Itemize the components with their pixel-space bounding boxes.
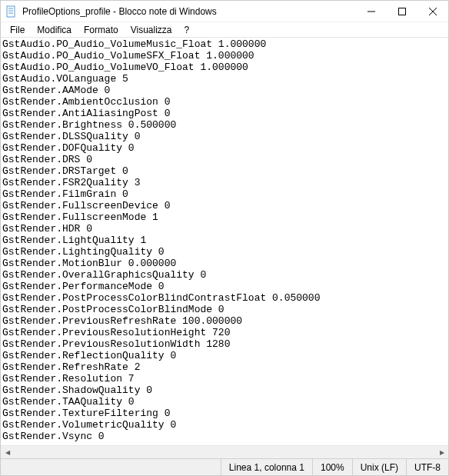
text-line: GstRender.FilmGrain 0 xyxy=(2,188,447,200)
text-line: GstAudio.PO_Audio_VolumeVO_Float 1.00000… xyxy=(2,62,447,73)
text-line: GstRender.AntiAliasingPost 0 xyxy=(2,108,447,119)
text-line: GstRender.DOFQuality 0 xyxy=(2,142,447,154)
titlebar: ProfileOptions_profile - Blocco note di … xyxy=(1,1,448,22)
menu-view[interactable]: Visualizza xyxy=(125,23,178,37)
text-line: GstRender.OverallGraphicsQuality 0 xyxy=(2,269,447,281)
text-line: GstRender.LightingQuality 0 xyxy=(2,246,447,258)
scroll-left-icon[interactable]: ◀ xyxy=(1,446,14,459)
menu-help[interactable]: ? xyxy=(178,23,196,37)
text-line: GstRender.RefreshRate 2 xyxy=(2,361,447,373)
text-line: GstAudio.PO_Audio_VolumeMusic_Float 1.00… xyxy=(2,38,447,50)
text-line: GstAudio.PO_Audio_VolumeSFX_Float 1.0000… xyxy=(2,50,447,62)
text-line: GstRender.Brightness 0.500000 xyxy=(2,119,447,131)
window-title: ProfileOptions_profile - Blocco note di … xyxy=(22,6,356,17)
status-position: Linea 1, colonna 1 xyxy=(221,459,312,475)
text-line: GstRender.DLSSQuality 0 xyxy=(2,131,447,142)
close-button[interactable] xyxy=(417,1,448,22)
scroll-track[interactable] xyxy=(14,446,435,458)
text-line: GstRender.ShadowQuality 0 xyxy=(2,384,447,396)
text-line: GstRender.MotionBlur 0.000000 xyxy=(2,258,447,269)
window-controls xyxy=(356,1,448,22)
menubar: File Modifica Formato Visualizza ? xyxy=(1,22,448,38)
status-encoding: UTF-8 xyxy=(406,459,448,475)
text-line: GstRender.PostProcessColorBlindContrastF… xyxy=(2,292,447,304)
status-line-ending: Unix (LF) xyxy=(352,459,406,475)
menu-edit[interactable]: Modifica xyxy=(31,23,78,37)
text-line: GstRender.FSR2Quality 3 xyxy=(2,177,447,188)
notepad-icon xyxy=(5,5,18,18)
text-line: GstRender.Resolution 7 xyxy=(2,373,447,384)
text-line: GstRender.FullscreenMode 1 xyxy=(2,211,447,223)
menu-format[interactable]: Formato xyxy=(78,23,125,37)
text-line: GstRender.LightQuality 1 xyxy=(2,235,447,246)
svg-rect-5 xyxy=(399,8,406,15)
text-line: GstRender.PerformanceMode 0 xyxy=(2,281,447,292)
horizontal-scrollbar[interactable]: ◀ ▶ xyxy=(1,445,448,458)
text-line: GstRender.PreviousResolutionHeight 720 xyxy=(2,327,447,338)
statusbar: Linea 1, colonna 1 100% Unix (LF) UTF-8 xyxy=(1,458,448,475)
text-line: GstRender.Vsync 0 xyxy=(2,431,447,442)
text-editor-area[interactable]: GstAudio.PO_Audio_VolumeMusic_Float 1.00… xyxy=(1,38,448,445)
text-line: GstRender.PreviousResolutionWidth 1280 xyxy=(2,338,447,350)
text-line: GstRender.AAMode 0 xyxy=(2,85,447,96)
text-line: GstRender.AmbientOcclusion 0 xyxy=(2,96,447,108)
text-line: GstAudio.VOLanguage 5 xyxy=(2,73,447,85)
text-line: GstRender.PreviousRefreshRate 100.000000 xyxy=(2,315,447,327)
minimize-button[interactable] xyxy=(356,1,387,22)
text-line: GstRender.TextureFiltering 0 xyxy=(2,408,447,419)
status-zoom: 100% xyxy=(312,459,352,475)
text-line: GstRender.PostProcessColorBlindMode 0 xyxy=(2,304,447,315)
text-line: GstRender.DRS 0 xyxy=(2,154,447,165)
text-line: GstRender.DRSTarget 0 xyxy=(2,165,447,177)
svg-rect-0 xyxy=(7,6,15,17)
text-line: GstRender.ReflectionQuality 0 xyxy=(2,350,447,361)
maximize-button[interactable] xyxy=(387,1,417,22)
scroll-right-icon[interactable]: ▶ xyxy=(435,446,448,459)
menu-file[interactable]: File xyxy=(4,23,31,37)
text-line: GstRender.TAAQuality 0 xyxy=(2,396,447,408)
text-line: GstRender.VolumetricQuality 0 xyxy=(2,419,447,431)
text-line: GstRender.FullscreenDevice 0 xyxy=(2,200,447,211)
text-line: GstRender.HDR 0 xyxy=(2,223,447,235)
